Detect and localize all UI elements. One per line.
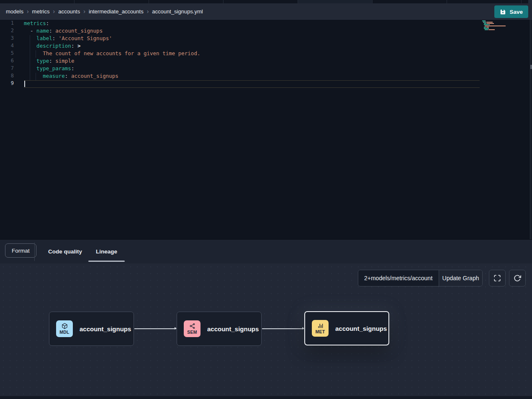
bottom-strip bbox=[0, 396, 532, 399]
code-line: measure: account_signups bbox=[24, 73, 200, 80]
line-number: 8 bbox=[0, 73, 19, 80]
minimap-line bbox=[482, 22, 506, 23]
model-cube-icon bbox=[62, 323, 68, 329]
metric-chart-icon bbox=[317, 322, 324, 329]
breadcrumb-separator: › bbox=[83, 8, 85, 14]
breadcrumb: models›metrics›accounts›intermediate_acc… bbox=[6, 8, 203, 15]
line-number: 7 bbox=[0, 65, 19, 73]
line-number: 6 bbox=[0, 58, 19, 65]
minimap-line bbox=[482, 27, 506, 28]
semantic-network-badge: SEM bbox=[184, 320, 200, 337]
breadcrumb-item: models bbox=[6, 8, 23, 15]
file-tab-stub[interactable] bbox=[224, 0, 298, 3]
lineage-edge bbox=[134, 328, 176, 329]
save-button[interactable]: Save bbox=[494, 5, 528, 18]
code-line: type_params: bbox=[24, 65, 200, 73]
node-type-label: SEM bbox=[187, 330, 197, 335]
code-line: description: > bbox=[24, 43, 200, 50]
breadcrumb-bar: models›metrics›accounts›intermediate_acc… bbox=[0, 3, 532, 20]
code-line bbox=[24, 80, 200, 88]
code-line: metrics: bbox=[24, 20, 200, 28]
file-tab-stub[interactable] bbox=[298, 0, 373, 3]
bottom-panel-header: Format Code qualityLineage bbox=[0, 239, 532, 263]
minimap-line bbox=[482, 23, 506, 24]
lineage-node-mdl[interactable]: MDLaccount_signups bbox=[49, 312, 134, 346]
top-right-corner bbox=[528, 0, 532, 3]
node-name-label: account_signups bbox=[335, 325, 387, 332]
semantic-network-icon bbox=[189, 323, 195, 329]
lineage-selector-group: Update Graph bbox=[358, 270, 483, 286]
line-number: 4 bbox=[0, 43, 19, 50]
file-tab-stub[interactable] bbox=[373, 0, 447, 3]
breadcrumb-item: intermediate_accounts bbox=[89, 8, 144, 15]
code-editor[interactable]: 123456789 metrics: - name: account_signu… bbox=[0, 20, 532, 239]
editor-minimap[interactable] bbox=[482, 20, 506, 32]
lineage-node-met[interactable]: METaccount_signups bbox=[304, 311, 389, 345]
fullscreen-icon bbox=[493, 274, 501, 282]
save-icon bbox=[500, 9, 506, 15]
minimap-line bbox=[482, 29, 506, 30]
refresh-icon bbox=[514, 274, 521, 282]
file-tab-stub[interactable] bbox=[75, 0, 149, 3]
lineage-edge bbox=[262, 328, 304, 329]
minimap-line bbox=[482, 31, 506, 31]
fullscreen-button[interactable] bbox=[489, 270, 506, 286]
line-number: 5 bbox=[0, 50, 19, 58]
save-label: Save bbox=[509, 9, 523, 15]
code-line: label: 'Account Signups' bbox=[24, 35, 200, 43]
lineage-canvas[interactable]: Update Graph MDLaccount_signupsSEMaccoun… bbox=[0, 263, 532, 396]
scrollbar-thumb[interactable] bbox=[530, 65, 532, 69]
node-type-label: MDL bbox=[59, 330, 69, 335]
node-name-label: account_signups bbox=[80, 325, 131, 332]
breadcrumb-item: accounts bbox=[58, 8, 80, 15]
refresh-button[interactable] bbox=[509, 270, 526, 286]
file-tab-stub[interactable] bbox=[0, 0, 75, 3]
line-number: 3 bbox=[0, 35, 19, 43]
lineage-node-sem[interactable]: SEMaccount_signups bbox=[177, 312, 262, 346]
panel-divider bbox=[34, 243, 35, 261]
ide-window: models›metrics›accounts›intermediate_acc… bbox=[0, 0, 532, 399]
code-line: The count of new accounts for a given ti… bbox=[24, 50, 200, 58]
breadcrumb-separator: › bbox=[53, 8, 55, 14]
format-button[interactable]: Format bbox=[5, 243, 36, 258]
code-line: type: simple bbox=[24, 58, 200, 65]
minimap-line bbox=[482, 28, 506, 29]
code-content[interactable]: metrics: - name: account_signups label: … bbox=[24, 20, 200, 88]
line-number: 9 bbox=[0, 80, 19, 88]
model-cube-badge: MDL bbox=[56, 320, 73, 337]
code-line: - name: account_signups bbox=[24, 28, 200, 35]
panel-tab-code-quality[interactable]: Code quality bbox=[48, 240, 82, 263]
breadcrumb-separator: › bbox=[147, 8, 149, 14]
minimap-line bbox=[482, 26, 506, 26]
node-type-label: MET bbox=[316, 329, 325, 334]
minimap-line bbox=[482, 24, 506, 25]
panel-tabs: Code qualityLineage bbox=[48, 240, 117, 263]
update-graph-button[interactable]: Update Graph bbox=[439, 270, 482, 286]
file-tabs-strip bbox=[0, 0, 532, 3]
breadcrumb-separator: › bbox=[27, 8, 29, 14]
line-number-gutter: 123456789 bbox=[0, 20, 19, 88]
node-name-label: account_signups bbox=[207, 325, 259, 332]
line-number: 1 bbox=[0, 20, 19, 28]
metric-chart-badge: MET bbox=[312, 320, 329, 337]
file-tab-stub[interactable] bbox=[447, 0, 522, 3]
editor-scrollbar[interactable] bbox=[530, 20, 532, 239]
minimap-line bbox=[482, 20, 506, 21]
line-number: 2 bbox=[0, 28, 19, 35]
file-tab-stub[interactable] bbox=[149, 0, 224, 3]
lineage-selector-input[interactable] bbox=[358, 270, 439, 286]
panel-tab-lineage[interactable]: Lineage bbox=[96, 240, 117, 263]
breadcrumb-item: account_signups.yml bbox=[152, 8, 203, 15]
breadcrumb-item: metrics bbox=[32, 8, 50, 15]
